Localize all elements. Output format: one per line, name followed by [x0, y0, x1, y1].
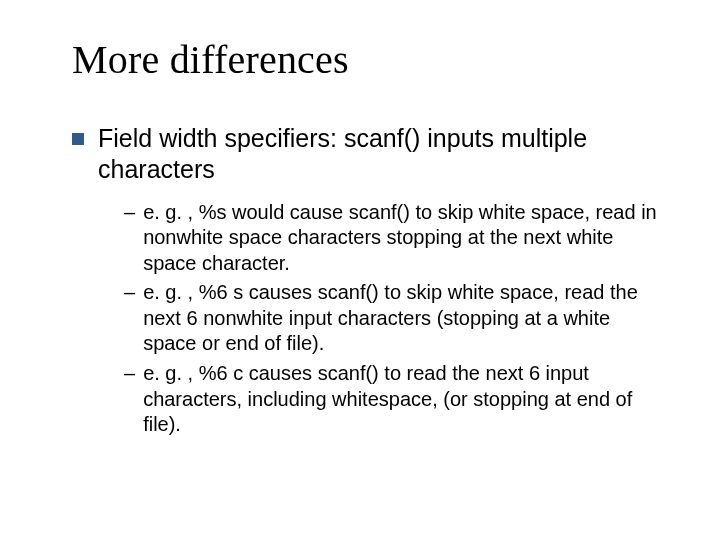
- dash-icon: –: [124, 280, 135, 306]
- square-bullet-icon: [72, 133, 84, 145]
- sub-list: – e. g. , %s would cause scanf() to skip…: [124, 200, 672, 438]
- subbullet-text: e. g. , %6 s causes scanf() to skip whit…: [143, 280, 663, 357]
- dash-icon: –: [124, 361, 135, 387]
- slide: More differences Field width specifiers:…: [0, 0, 720, 540]
- list-item: – e. g. , %6 s causes scanf() to skip wh…: [124, 280, 672, 357]
- bullet-text: Field width specifiers: scanf() inputs m…: [98, 123, 672, 186]
- dash-icon: –: [124, 200, 135, 226]
- subbullet-text: e. g. , %6 c causes scanf() to read the …: [143, 361, 663, 438]
- list-item: – e. g. , %6 c causes scanf() to read th…: [124, 361, 672, 438]
- list-item: Field width specifiers: scanf() inputs m…: [72, 123, 672, 186]
- list-item: – e. g. , %s would cause scanf() to skip…: [124, 200, 672, 277]
- subbullet-text: e. g. , %s would cause scanf() to skip w…: [143, 200, 663, 277]
- slide-title: More differences: [72, 36, 672, 83]
